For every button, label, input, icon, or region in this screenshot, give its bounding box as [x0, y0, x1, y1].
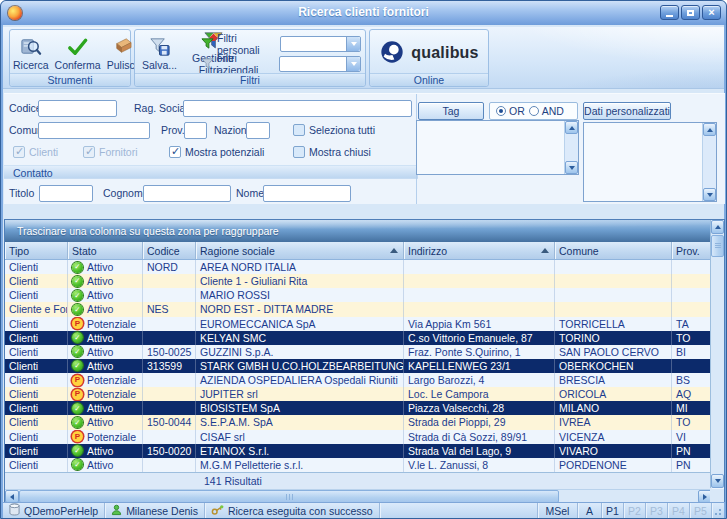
- cognome-field[interactable]: [143, 185, 231, 202]
- scroll-down-button[interactable]: [565, 161, 578, 174]
- table-row[interactable]: Clienti✓AttivoCliente 1 - Giuliani Rita: [5, 274, 712, 288]
- cell-tipo: Cliente e Fornito: [5, 302, 68, 316]
- status-message: Ricerca eseguita con successo: [205, 503, 380, 518]
- msel-indicator[interactable]: MSel: [537, 503, 577, 518]
- rag-sociale-field[interactable]: [183, 100, 412, 117]
- chevron-down-icon: [351, 42, 357, 46]
- grid-header: TipoStatoCodiceRagione socialeIndirizzoC…: [5, 242, 712, 260]
- table-row[interactable]: ClientiPPotenzialeEUROMECCANICA SpAVia A…: [5, 317, 712, 331]
- resize-grip[interactable]: [711, 503, 724, 518]
- cell-stato: ✓Attivo: [68, 359, 143, 373]
- and-radio[interactable]: AND: [529, 105, 564, 117]
- arrow-up-icon: [707, 128, 713, 132]
- column-header-tipo[interactable]: Tipo: [5, 242, 68, 259]
- vertical-scrollbar[interactable]: [710, 220, 724, 488]
- scroll-up-button[interactable]: [703, 123, 716, 136]
- table-row[interactable]: ClientiPPotenzialeJUPITER srlLoc. Le Cam…: [5, 387, 712, 401]
- codice-field[interactable]: [38, 100, 117, 117]
- cell-tipo: Clienti: [5, 345, 68, 359]
- active-status-icon: ✓: [72, 417, 83, 428]
- table-row[interactable]: Clienti✓AttivoBIOSISTEM SpAPiazza Valsec…: [5, 401, 712, 415]
- cell-prov: [672, 359, 712, 373]
- titolo-field[interactable]: [39, 185, 93, 202]
- tag-listbox[interactable]: [416, 120, 579, 175]
- conferma-button[interactable]: Conferma: [52, 34, 104, 72]
- cell-stato: PPotenziale: [68, 430, 143, 444]
- scroll-down-button[interactable]: [703, 188, 716, 201]
- close-button[interactable]: ×: [702, 5, 721, 20]
- radio-icon: [496, 106, 506, 116]
- table-row[interactable]: ClientiPPotenzialeAZIENDA OSPEDALIERA Os…: [5, 373, 712, 387]
- mostra-potenziali-checkbox[interactable]: Mostra potenziali: [169, 145, 264, 159]
- dropdown-button[interactable]: [346, 37, 360, 51]
- table-row[interactable]: ClientiPPotenzialeCISAF srlStrada di Cà …: [5, 430, 712, 444]
- minimize-icon: [666, 15, 673, 17]
- tag-button[interactable]: Tag: [418, 102, 484, 120]
- fornitori-checkbox[interactable]: Fornitori: [83, 145, 138, 159]
- mostra-chiusi-checkbox[interactable]: Mostra chiusi: [293, 145, 371, 159]
- scroll-up-button[interactable]: [711, 220, 724, 234]
- page-indicator-p3[interactable]: P3: [645, 503, 667, 518]
- dati-personalizzati-listbox[interactable]: [583, 122, 717, 202]
- cell-ragione-sociale: BIOSISTEM SpA: [196, 401, 404, 415]
- minimize-button[interactable]: [660, 5, 679, 20]
- table-row[interactable]: Clienti✓Attivo150-0025GUZZINI S.p.A.Fraz…: [5, 345, 712, 359]
- checkbox-icon: [293, 124, 305, 136]
- page-indicator-p5[interactable]: P5: [689, 503, 711, 518]
- column-header-codice[interactable]: Codice: [143, 242, 196, 259]
- horizontal-scrollbar[interactable]: [5, 489, 712, 503]
- table-row[interactable]: Clienti✓AttivoNORDAREA NORD ITALIA: [5, 260, 712, 274]
- ricerca-button[interactable]: Ricerca: [10, 34, 52, 72]
- vertical-scroll-thumb[interactable]: [711, 235, 724, 257]
- column-header-comune[interactable]: Comune: [555, 242, 672, 259]
- maximize-button[interactable]: [681, 5, 700, 20]
- column-header-prov-[interactable]: Prov.: [672, 242, 712, 259]
- tag-listbox-scrollbar[interactable]: [564, 121, 578, 174]
- scroll-up-button[interactable]: [565, 121, 578, 134]
- dati-listbox-scrollbar[interactable]: [702, 123, 716, 201]
- a-indicator[interactable]: A: [577, 503, 601, 518]
- nazione-field[interactable]: [246, 122, 270, 139]
- table-row[interactable]: Cliente e Fornito✓AttivoNESNORD EST - DI…: [5, 302, 712, 316]
- prov-field[interactable]: [184, 122, 207, 139]
- cell-comune: [555, 274, 672, 288]
- comune-field[interactable]: [38, 122, 150, 139]
- ricerca-label: Ricerca: [13, 59, 49, 71]
- cell-comune: SAN PAOLO CERVO: [555, 345, 672, 359]
- cell-indirizzo: Strada di Cà Sozzi, 89/91: [404, 430, 555, 444]
- titlebar[interactable]: Ricerca clienti fornitori ×: [1, 1, 726, 25]
- column-header-indirizzo[interactable]: Indirizzo: [404, 242, 555, 259]
- results-count: 141 Risultati: [5, 472, 712, 489]
- page-indicator-p4[interactable]: P4: [667, 503, 689, 518]
- clienti-checkbox[interactable]: Clienti: [13, 145, 58, 159]
- salva-filtro-button[interactable]: Salva...: [139, 34, 180, 72]
- column-header-ragione-sociale[interactable]: Ragione sociale: [196, 242, 404, 259]
- or-radio[interactable]: OR: [496, 105, 525, 117]
- table-row[interactable]: Clienti✓Attivo150-0044S.E.P.A.M. SpAStra…: [5, 415, 712, 429]
- seleziona-tutti-checkbox[interactable]: Seleziona tutti: [293, 123, 375, 137]
- table-row[interactable]: Clienti✓AttivoM.G.M Pelletterie s.r.l.V.…: [5, 458, 712, 472]
- nome-field[interactable]: [263, 185, 351, 202]
- scroll-down-button[interactable]: [711, 474, 724, 488]
- filtri-personali-dropdown[interactable]: [280, 36, 361, 52]
- cell-comune: OBERKOCHEN: [555, 359, 672, 373]
- cell-stato: ✓Attivo: [68, 331, 143, 345]
- cell-stato: ✓Attivo: [68, 288, 143, 302]
- filtri-aziendali-dropdown[interactable]: [279, 56, 361, 72]
- dropdown-button[interactable]: [346, 57, 360, 71]
- cell-ragione-sociale: GUZZINI S.p.A.: [196, 345, 404, 359]
- column-header-stato[interactable]: Stato: [68, 242, 143, 259]
- table-row[interactable]: Clienti✓AttivoMARIO ROSSI: [5, 288, 712, 302]
- page-indicator-p2[interactable]: P2: [623, 503, 645, 518]
- table-row[interactable]: Clienti✓AttivoKELYAN SMCC.so Vittorio Em…: [5, 331, 712, 345]
- group-by-dropzone[interactable]: Trascinare una colonna su questa zona pe…: [5, 220, 724, 242]
- table-row[interactable]: Clienti✓Attivo150-0020ETAINOX S.r.l.Stra…: [5, 444, 712, 458]
- sort-asc-icon: [541, 248, 549, 253]
- page-indicator-p1[interactable]: P1: [601, 503, 623, 518]
- checkbox-icon: [83, 146, 95, 158]
- fornitori-label: Fornitori: [99, 146, 138, 158]
- toolbar-background-swoosh: [464, 27, 724, 88]
- dati-personalizzati-button[interactable]: Dati personalizzati: [583, 102, 671, 120]
- user-icon: [111, 504, 122, 518]
- table-row[interactable]: Clienti✓Attivo313599STARK GMBH U.CO.HOLZ…: [5, 359, 712, 373]
